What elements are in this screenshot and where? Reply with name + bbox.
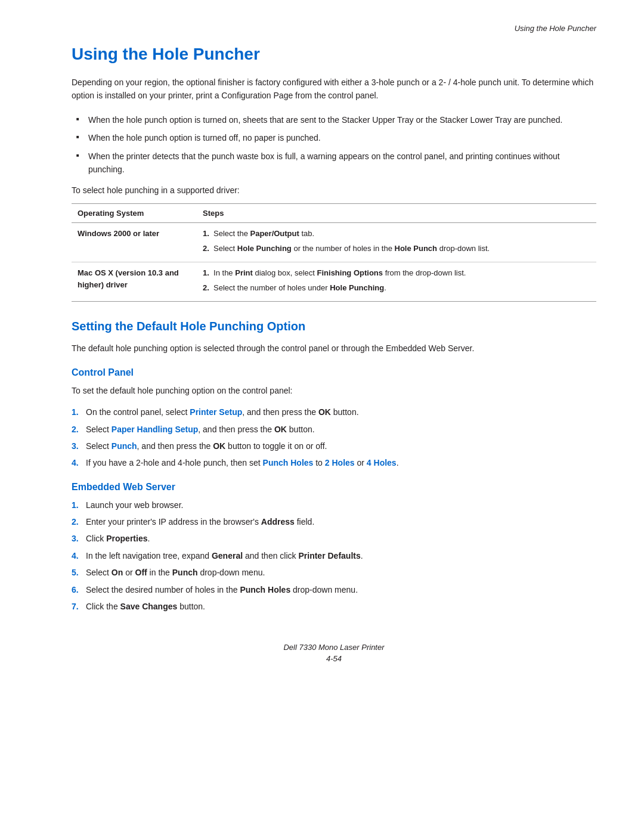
os-windows: Windows 2000 or later	[72, 223, 197, 262]
windows-step-1: 1. Select the Paper/Output tab.	[203, 228, 590, 240]
ews-step-3: 3. Click Properties.	[72, 532, 596, 545]
ews-step-1: 1. Launch your web browser.	[72, 498, 596, 512]
control-panel-intro: To set the default hole punching option …	[72, 384, 596, 397]
footer-printer: Dell 7330 Mono Laser Printer	[72, 643, 596, 652]
table-row-mac: Mac OS X (version 10.3 and higher) drive…	[72, 262, 596, 302]
windows-steps-list: 1. Select the Paper/Output tab. 2. Selec…	[203, 228, 590, 254]
steps-table: Operating System Steps Windows 2000 or l…	[72, 204, 596, 301]
intro-paragraph: Depending on your region, the optional f…	[72, 76, 596, 103]
page-header: Using the Hole Puncher	[72, 24, 596, 33]
page-container: Using the Hole Puncher Using the Hole Pu…	[0, 0, 644, 833]
cp-step-4: 4. If you have a 2-hole and 4-hole punch…	[72, 456, 596, 469]
mac-steps-list: 1. In the Print dialog box, select Finis…	[203, 267, 590, 293]
mac-step-1: 1. In the Print dialog box, select Finis…	[203, 267, 590, 279]
footer: Dell 7330 Mono Laser Printer 4-54	[72, 643, 596, 663]
table-header-row: Operating System Steps	[72, 204, 596, 223]
ews-step-7: 7. Click the Save Changes button.	[72, 600, 596, 613]
footer-page: 4-54	[72, 654, 596, 663]
cp-step-2: 2. Select Paper Handling Setup, and then…	[72, 423, 596, 436]
mac-step-2: 2. Select the number of holes under Hole…	[203, 282, 590, 294]
ews-step-2: 2. Enter your printer's IP address in th…	[72, 515, 596, 528]
ews-title: Embedded Web Server	[72, 482, 596, 493]
steps-table-container: Operating System Steps Windows 2000 or l…	[72, 203, 596, 302]
cp-step-1: 1. On the control panel, select Printer …	[72, 405, 596, 419]
steps-mac: 1. In the Print dialog box, select Finis…	[197, 262, 596, 302]
control-panel-steps: 1. On the control panel, select Printer …	[72, 405, 596, 470]
main-title: Using the Hole Puncher	[72, 45, 596, 64]
section2-title: Setting the Default Hole Punching Option	[72, 320, 596, 333]
to-select-text: To select hole punching in a supported d…	[72, 185, 596, 195]
windows-step-2: 2. Select Hole Punching or the number of…	[203, 243, 590, 255]
ews-step-4: 4. In the left navigation tree, expand G…	[72, 549, 596, 562]
col-header-os: Operating System	[72, 204, 197, 223]
ews-steps: 1. Launch your web browser. 2. Enter you…	[72, 498, 596, 614]
control-panel-title: Control Panel	[72, 367, 596, 378]
col-header-steps: Steps	[197, 204, 596, 223]
ews-step-5: 5. Select On or Off in the Punch drop-do…	[72, 566, 596, 579]
bullet-item-1: When the hole punch option is turned on,…	[72, 113, 596, 126]
bullet-item-3: When the printer detects that the punch …	[72, 150, 596, 176]
steps-windows: 1. Select the Paper/Output tab. 2. Selec…	[197, 223, 596, 262]
bullet-list: When the hole punch option is turned on,…	[72, 113, 596, 176]
header-title: Using the Hole Puncher	[515, 24, 596, 33]
bullet-item-2: When the hole punch option is turned off…	[72, 131, 596, 144]
table-row-windows: Windows 2000 or later 1. Select the Pape…	[72, 223, 596, 262]
ews-step-6: 6. Select the desired number of holes in…	[72, 583, 596, 596]
os-mac: Mac OS X (version 10.3 and higher) drive…	[72, 262, 197, 302]
cp-step-3: 3. Select Punch, and then press the OK b…	[72, 439, 596, 453]
section2-intro: The default hole punching option is sele…	[72, 342, 596, 355]
